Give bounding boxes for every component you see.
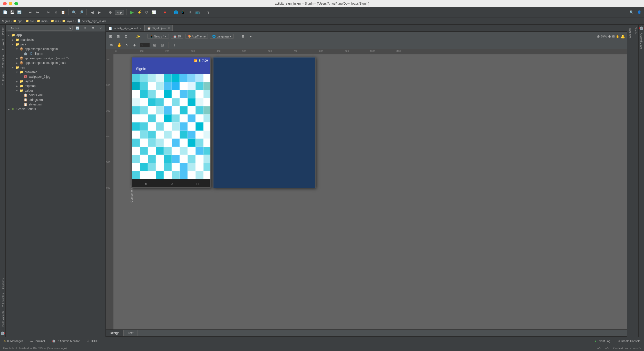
language-dropdown[interactable]: 🌐 Language ▾ (210, 34, 234, 39)
settings-icon[interactable]: ⚙ (90, 25, 96, 31)
bottom-tab-terminal[interactable]: ▬ Terminal (29, 339, 46, 343)
table-view-icon[interactable]: ⊠ (123, 34, 129, 39)
tab-activity-xml[interactable]: 📄 activity_sign_in.xml ✕ (106, 25, 144, 31)
expand-arrow-pkg-androidtest[interactable]: ▶ (15, 57, 19, 60)
breadcrumb-src[interactable]: 📁 src (25, 19, 34, 23)
cut-icon[interactable]: ✂ (46, 9, 51, 15)
bottom-tab-messages[interactable]: ⚠ 0: Messages (2, 339, 25, 343)
coverage-icon[interactable]: 🛡 (144, 9, 149, 15)
project-tab[interactable]: 1: Project (0, 37, 5, 52)
expand-arrow-styles[interactable] (19, 103, 23, 106)
tree-item-colors[interactable]: 📋 colors.xml (6, 93, 105, 98)
expand-arrow-java[interactable]: ▼ (11, 43, 15, 46)
bottom-tab-todo[interactable]: ☑ TODO (85, 339, 100, 343)
profile-icon[interactable]: 📊 (151, 9, 157, 15)
find-icon[interactable]: 🔍 (71, 9, 77, 15)
spacing-input[interactable] (140, 43, 150, 47)
collapse-icon[interactable]: ≡ (82, 25, 88, 31)
plus-icon[interactable]: ✚ (132, 42, 138, 48)
device-dropdown[interactable]: 📱 Nexus 4 ▾ (147, 34, 169, 39)
bottom-tab-android-monitor[interactable]: 🤖 6: Android Monitor (51, 339, 81, 343)
breadcrumb-signin[interactable]: SignIn (2, 20, 10, 23)
debug-icon[interactable]: ⚡ (136, 9, 142, 15)
device-monitor-icon[interactable]: 📺 (194, 9, 200, 15)
tree-item-gradle[interactable]: ▶ ⚙ Gradle Scripts (6, 107, 105, 111)
tree-item-manifests[interactable]: ▶ 📁 manifests (6, 37, 105, 42)
sdk-manager-icon[interactable]: 🌐 (173, 9, 179, 15)
notification-icon[interactable]: 🔔 (621, 34, 625, 38)
zoom-reset-icon[interactable]: ✋ (616, 35, 620, 38)
avd-manager-icon[interactable]: 📱 (180, 9, 186, 15)
zoom-fit-icon[interactable]: ⊡ (612, 35, 615, 38)
properties-side-label[interactable]: Properties (629, 27, 631, 38)
tree-item-strings[interactable]: 📋 strings.xml (6, 98, 105, 102)
expand-arrow-wallpaper[interactable] (19, 75, 23, 78)
expand-arrow-pkg-test[interactable]: ▶ (15, 62, 19, 64)
split-view-icon[interactable]: ⊟ (115, 34, 121, 39)
build-variants-tab[interactable]: Build Variants (0, 309, 5, 329)
canvas-scroll[interactable]: Component Tree 📶 🔋 7:00 SignIn (113, 54, 627, 329)
minimize-button[interactable] (9, 2, 12, 5)
window-controls[interactable] (3, 2, 18, 5)
expand-arrow-mipmap[interactable]: ▶ (15, 85, 19, 87)
android-model-label[interactable]: Android Model (640, 33, 643, 49)
expand-arrow-layout[interactable]: ▶ (15, 80, 19, 83)
breadcrumb-layout[interactable]: 📁 layout (62, 19, 74, 23)
sync-icon[interactable]: 🔄 (16, 9, 22, 15)
tree-item-values[interactable]: ▼ 📁 values (6, 88, 105, 93)
tree-item-layout[interactable]: ▶ 📁 layout (6, 79, 105, 84)
app-dropdown[interactable]: app (115, 10, 124, 15)
tree-item-mipmap[interactable]: ▶ 📁 mipmap (6, 84, 105, 88)
android-icon-side[interactable]: 🤖 (1, 329, 5, 337)
tree-item-res[interactable]: ▼ 📁 res (6, 65, 105, 70)
maximize-button[interactable] (14, 2, 18, 5)
tree-item-drawable[interactable]: ▼ 📁 drawable (6, 70, 105, 74)
zoom-out-icon[interactable]: ⊖ (597, 34, 600, 38)
stop-icon[interactable]: ■ (162, 9, 168, 15)
project-view-dropdown[interactable]: Android Project (8, 26, 73, 31)
tab-signin-java[interactable]: ☕ SignIn.java ✕ (144, 25, 173, 31)
expand-arrow-colors[interactable] (19, 94, 23, 97)
magic-icon[interactable]: ✨ (135, 34, 141, 39)
close-button[interactable] (3, 2, 7, 5)
run-icon[interactable]: ▶ (129, 9, 135, 15)
tree-item-package-main[interactable]: ▼ 📦 app.example.com.signin (6, 47, 105, 51)
pointer-icon[interactable]: ↖ (124, 42, 130, 48)
z-structure-tab[interactable]: Z: Structure (0, 70, 5, 87)
bottom-tab-event-log[interactable]: ● Event Log (593, 339, 612, 343)
tree-item-styles[interactable]: 📋 styles.xml (6, 102, 105, 107)
tree-item-signin-class[interactable]: 🤖 C SignIn (6, 51, 105, 56)
breadcrumb-file[interactable]: 📄 activity_sign_in.xml (77, 19, 106, 23)
expand-arrow-pkg-main[interactable]: ▼ (15, 48, 19, 51)
margin-icon[interactable]: ⊞ (152, 42, 158, 48)
tree-item-java[interactable]: ▼ 📁 java (6, 42, 105, 47)
close-panel-icon[interactable]: ✕ (98, 25, 103, 31)
api-dropdown[interactable]: 🤖 25 (171, 34, 183, 39)
vertical-guide-icon[interactable]: ⊤ (172, 42, 177, 48)
recents-nav-icon[interactable]: □ (197, 182, 199, 186)
paste-icon[interactable]: 📋 (60, 9, 66, 15)
eye-icon[interactable]: 👁 (109, 42, 114, 48)
expand-arrow-res[interactable]: ▼ (11, 66, 15, 69)
view-tab-text[interactable]: Text (124, 330, 138, 336)
align-icon[interactable]: ⊟ (160, 42, 165, 48)
sdk-updates-icon[interactable]: ⬇ (187, 9, 193, 15)
back-nav-icon[interactable]: ◄ (144, 182, 147, 186)
captures-tab[interactable]: Captures (0, 276, 5, 291)
new-file-icon[interactable]: 📄 (2, 9, 8, 15)
expand-arrow-app[interactable]: ▼ (7, 34, 11, 37)
tree-item-package-androidtest[interactable]: ▶ 📦 app.example.com.signin (androidTe... (6, 56, 105, 61)
tree-item-wallpaper[interactable]: 🖼 wallpaper_2.jpg (6, 74, 105, 79)
layout-options-icon[interactable]: ⊞ (240, 34, 246, 39)
global-search-icon[interactable]: 🔍 (629, 9, 634, 15)
expand-arrow-values[interactable]: ▼ (15, 89, 19, 92)
breadcrumb-res[interactable]: 📁 res (51, 19, 59, 23)
expand-arrow-drawable[interactable]: ▼ (15, 71, 19, 74)
find-replace-icon[interactable]: 🔎 (78, 9, 84, 15)
copy-icon[interactable]: ⎘ (53, 9, 58, 15)
breadcrumb-app[interactable]: 📁 app (13, 19, 22, 23)
undo-icon[interactable]: ↩ (27, 9, 33, 15)
sync-project-icon[interactable]: 🔄 (75, 25, 80, 31)
palette-tab[interactable]: Palette (0, 25, 5, 37)
run-config-icon[interactable]: ⚙ (108, 9, 113, 15)
